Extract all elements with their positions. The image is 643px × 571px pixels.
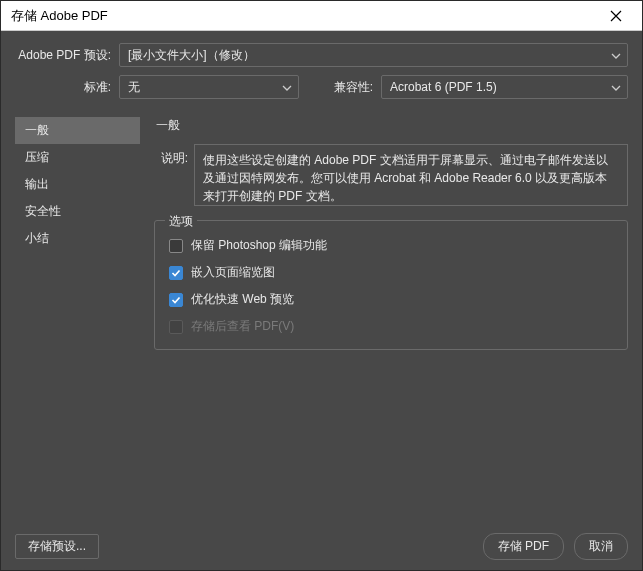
sidebar-item-output[interactable]: 输出 xyxy=(15,171,140,198)
option-fast-web-view[interactable]: 优化快速 Web 预览 xyxy=(169,291,613,308)
chevron-down-icon xyxy=(282,80,292,94)
close-icon xyxy=(610,10,622,22)
titlebar: 存储 Adobe PDF xyxy=(1,1,642,31)
checkbox-icon xyxy=(169,320,183,334)
compat-label: 兼容性: xyxy=(323,79,381,96)
sidebar: 一般 压缩 输出 安全性 小结 xyxy=(15,117,140,523)
standard-select[interactable]: 无 xyxy=(119,75,299,99)
sidebar-item-label: 小结 xyxy=(25,231,49,245)
option-label: 保留 Photoshop 编辑功能 xyxy=(191,237,327,254)
option-view-after-save: 存储后查看 PDF(V) xyxy=(169,318,613,335)
compat-value: Acrobat 6 (PDF 1.5) xyxy=(390,80,497,94)
description-label: 说明: xyxy=(154,144,194,206)
dialog-body: Adobe PDF 预设: [最小文件大小]（修改） 标准: 无 兼容性: Ac… xyxy=(1,31,642,570)
sidebar-item-compression[interactable]: 压缩 xyxy=(15,144,140,171)
options-title: 选项 xyxy=(165,213,197,230)
save-pdf-button[interactable]: 存储 PDF xyxy=(483,533,564,560)
footer: 存储预设... 存储 PDF 取消 xyxy=(15,523,628,560)
sidebar-item-security[interactable]: 安全性 xyxy=(15,198,140,225)
cancel-button[interactable]: 取消 xyxy=(574,533,628,560)
sidebar-item-label: 安全性 xyxy=(25,204,61,218)
checkbox-icon xyxy=(169,266,183,280)
panel-title: 一般 xyxy=(154,117,628,134)
option-embed-thumbnails[interactable]: 嵌入页面缩览图 xyxy=(169,264,613,281)
chevron-down-icon xyxy=(611,80,621,94)
option-label: 存储后查看 PDF(V) xyxy=(191,318,294,335)
sidebar-item-summary[interactable]: 小结 xyxy=(15,225,140,252)
preset-value: [最小文件大小]（修改） xyxy=(128,47,255,64)
sidebar-item-general[interactable]: 一般 xyxy=(15,117,140,144)
checkbox-icon xyxy=(169,293,183,307)
chevron-down-icon xyxy=(611,48,621,62)
compat-select[interactable]: Acrobat 6 (PDF 1.5) xyxy=(381,75,628,99)
options-fieldset: 选项 保留 Photoshop 编辑功能 嵌入页面缩览图 xyxy=(154,220,628,350)
checkbox-icon xyxy=(169,239,183,253)
standard-value: 无 xyxy=(128,79,140,96)
option-preserve-editing[interactable]: 保留 Photoshop 编辑功能 xyxy=(169,237,613,254)
save-preset-button[interactable]: 存储预设... xyxy=(15,534,99,559)
sidebar-item-label: 一般 xyxy=(25,123,49,137)
window-title: 存储 Adobe PDF xyxy=(11,7,596,25)
main-panel: 一般 说明: 使用这些设定创建的 Adobe PDF 文档适用于屏幕显示、通过电… xyxy=(154,117,628,523)
standard-label: 标准: xyxy=(15,79,119,96)
preset-select[interactable]: [最小文件大小]（修改） xyxy=(119,43,628,67)
close-button[interactable] xyxy=(596,2,636,30)
preset-row: Adobe PDF 预设: [最小文件大小]（修改） xyxy=(15,43,628,67)
standard-compat-row: 标准: 无 兼容性: Acrobat 6 (PDF 1.5) xyxy=(15,75,628,99)
middle-area: 一般 压缩 输出 安全性 小结 一般 说明: 使用这些设定创建的 Adobe P… xyxy=(15,117,628,523)
dialog-window: 存储 Adobe PDF Adobe PDF 预设: [最小文件大小]（修改） … xyxy=(0,0,643,571)
sidebar-item-label: 输出 xyxy=(25,177,49,191)
option-label: 优化快速 Web 预览 xyxy=(191,291,294,308)
option-label: 嵌入页面缩览图 xyxy=(191,264,275,281)
sidebar-item-label: 压缩 xyxy=(25,150,49,164)
preset-label: Adobe PDF 预设: xyxy=(15,47,119,64)
description-row: 说明: 使用这些设定创建的 Adobe PDF 文档适用于屏幕显示、通过电子邮件… xyxy=(154,144,628,206)
description-text[interactable]: 使用这些设定创建的 Adobe PDF 文档适用于屏幕显示、通过电子邮件发送以及… xyxy=(194,144,628,206)
